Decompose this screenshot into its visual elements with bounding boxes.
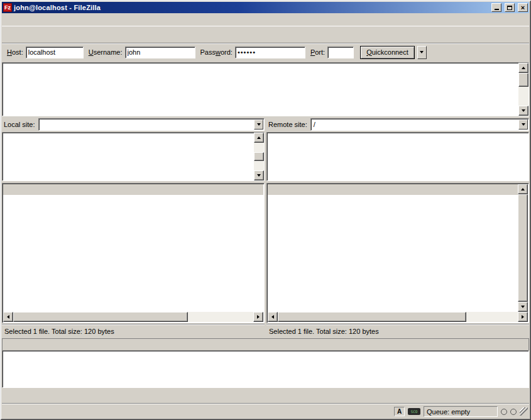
- chevron-down-icon: [522, 123, 525, 126]
- scroll-thumb[interactable]: [518, 73, 528, 87]
- local-pane: Local site:: [2, 118, 265, 336]
- local-status-text: Selected 1 file. Total size: 120 bytes: [2, 324, 265, 336]
- data-type-indicator-icon[interactable]: A: [394, 407, 405, 416]
- chevron-down-icon: [257, 123, 261, 126]
- scroll-up-button[interactable]: [254, 133, 264, 143]
- maximize-button[interactable]: [505, 3, 515, 12]
- host-label: Host:: [7, 48, 23, 56]
- remote-file-list: [266, 183, 529, 323]
- local-site-combobox[interactable]: [38, 118, 265, 131]
- local-site-label: Local site:: [2, 121, 38, 128]
- scroll-left-button[interactable]: [3, 312, 13, 322]
- remote-site-label: Remote site:: [266, 121, 310, 128]
- app-icon: Fz: [3, 3, 12, 12]
- port-label: Port:: [310, 48, 325, 56]
- scroll-thumb[interactable]: [254, 152, 264, 161]
- scroll-right-button[interactable]: [253, 312, 263, 322]
- scroll-thumb[interactable]: [518, 194, 528, 302]
- log-scrollbar[interactable]: [518, 63, 528, 116]
- remote-directory-tree: [266, 132, 529, 181]
- local-directory-tree: [2, 132, 265, 181]
- local-site-dropdown-button[interactable]: [254, 119, 263, 130]
- quickconnect-button[interactable]: Quickconnect: [360, 46, 415, 59]
- message-log: [2, 62, 529, 116]
- remote-pane: Remote site: /: [266, 118, 529, 336]
- maximize-icon: [507, 6, 512, 10]
- local-tree-scrollbar[interactable]: [254, 133, 264, 180]
- local-list-hscrollbar[interactable]: [3, 312, 263, 322]
- transfer-queue: [2, 338, 529, 402]
- password-input[interactable]: [235, 47, 305, 58]
- scroll-left-button[interactable]: [268, 312, 278, 322]
- filezilla-window: Fz john@localhost - FileZilla × Host: Us…: [0, 0, 531, 420]
- scroll-down-button[interactable]: [518, 302, 528, 312]
- username-input[interactable]: [125, 47, 195, 58]
- scroll-right-button[interactable]: [518, 312, 528, 322]
- local-file-list: [2, 183, 265, 323]
- scroll-up-button[interactable]: [518, 184, 528, 194]
- password-label: Password:: [200, 48, 233, 56]
- remote-status-text: Selected 1 file. Total size: 120 bytes: [266, 324, 529, 336]
- minimize-button[interactable]: [491, 3, 501, 12]
- scroll-thumb[interactable]: [13, 312, 188, 322]
- remote-list-hscrollbar[interactable]: [268, 312, 528, 322]
- titlebar: Fz john@localhost - FileZilla ×: [2, 2, 529, 13]
- remote-site-path: /: [312, 121, 518, 128]
- username-label: Username:: [89, 48, 123, 56]
- remote-list-vscrollbar[interactable]: [518, 184, 528, 312]
- window-title: john@localhost - FileZilla: [14, 4, 488, 11]
- resize-grip[interactable]: [520, 407, 528, 416]
- queue-status-panel: Queue: empty: [424, 406, 498, 417]
- menu-bar: [2, 13, 529, 26]
- quickconnect-bar: Host: Username: Password: Port: Quickcon…: [2, 43, 529, 61]
- chevron-down-icon: [420, 51, 424, 53]
- scroll-down-button[interactable]: [518, 106, 528, 116]
- scroll-down-button[interactable]: [254, 170, 264, 180]
- close-button[interactable]: ×: [518, 3, 528, 12]
- activity-led-green: [501, 409, 507, 415]
- close-icon: ×: [521, 4, 525, 11]
- status-bar: A SCO Queue: empty: [2, 403, 529, 418]
- quickconnect-dropdown-button[interactable]: [417, 46, 427, 59]
- host-input[interactable]: [26, 47, 84, 58]
- toolbar: [2, 26, 529, 43]
- remote-site-combobox[interactable]: /: [310, 118, 529, 131]
- port-input[interactable]: [327, 47, 354, 58]
- speed-limit-icon[interactable]: SCO: [408, 408, 420, 415]
- queue-body: [2, 350, 529, 388]
- remote-site-dropdown-button[interactable]: [518, 119, 528, 130]
- scroll-thumb[interactable]: [278, 312, 466, 322]
- minimize-icon: [495, 5, 499, 10]
- scroll-up-button[interactable]: [518, 63, 528, 73]
- activity-led-red: [510, 409, 517, 415]
